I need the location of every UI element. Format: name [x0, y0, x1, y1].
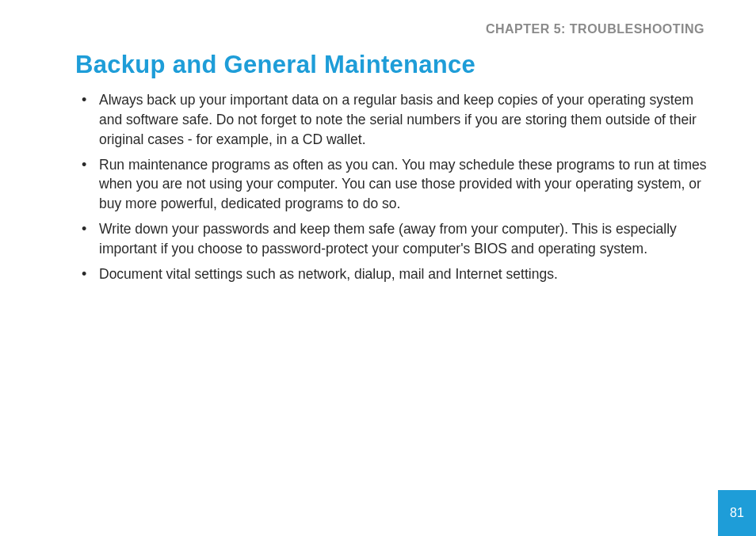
- content-list: Always back up your important data on a …: [77, 90, 708, 290]
- list-item: Document vital settings such as network,…: [77, 264, 708, 284]
- list-item: Run maintenance programs as often as you…: [77, 155, 708, 215]
- page-title: Backup and General Maintenance: [75, 51, 475, 79]
- list-item: Write down your passwords and keep them …: [77, 219, 708, 259]
- page-number: 81: [730, 506, 744, 520]
- chapter-header: CHAPTER 5: TROUBLESHOOTING: [486, 22, 704, 36]
- list-item: Always back up your important data on a …: [77, 90, 708, 150]
- page-number-tab: 81: [718, 490, 756, 536]
